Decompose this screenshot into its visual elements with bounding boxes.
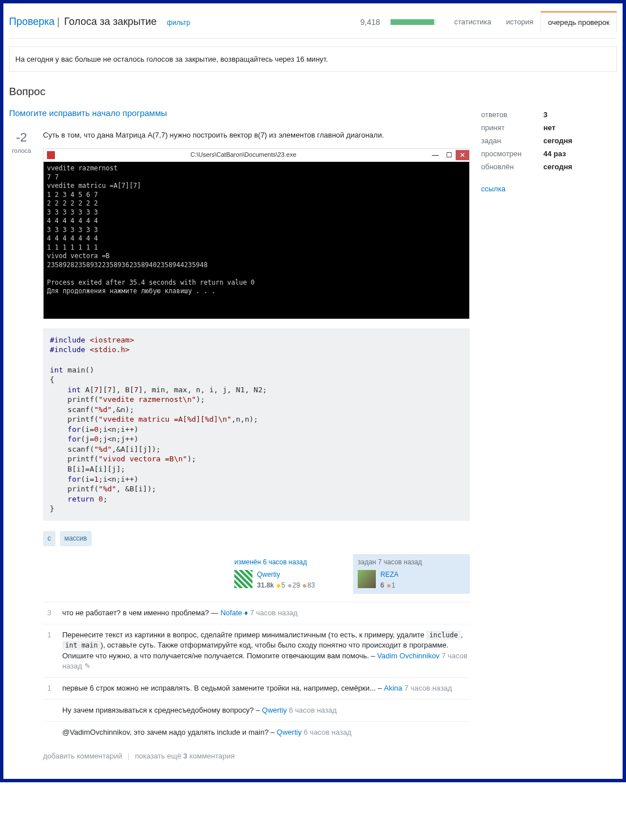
- permalink[interactable]: ссылка: [481, 185, 505, 193]
- vote-score: -2: [9, 130, 34, 145]
- comment: 1Перенесите текст из картинки в вопрос, …: [43, 624, 470, 677]
- vote-label: голоса: [9, 147, 34, 154]
- comment-user[interactable]: Vadim Ovchinnikov: [377, 652, 439, 660]
- comment: Ну зачем привязываться к среднесъедобном…: [43, 699, 470, 721]
- progress-bar: [391, 19, 437, 25]
- section-heading: Вопрос: [9, 85, 617, 98]
- window-title: C:\Users\CatBaron\Documents\23.exe: [58, 151, 428, 159]
- tag-c[interactable]: c: [43, 531, 55, 546]
- comment: 3что не работает? в чем именно проблема?…: [43, 602, 470, 624]
- avatar[interactable]: [358, 570, 376, 588]
- question-stats: ответов3 принятнет задансегодня просмотр…: [481, 108, 617, 173]
- tab-queue[interactable]: очередь проверок: [541, 11, 617, 32]
- question-text: Суть в том, что дана Матрица A(7,7) нужн…: [43, 130, 470, 140]
- code-block: #include <iostream> #include <stdio.h> i…: [43, 328, 470, 521]
- minimize-icon: —: [428, 150, 442, 160]
- question-title-link[interactable]: Помогите исправить начало программы: [9, 108, 470, 118]
- page-title: Голоса за закрытие: [64, 16, 157, 28]
- editor-name[interactable]: Qwertiy: [257, 570, 315, 580]
- tab-stats[interactable]: статистика: [447, 11, 499, 32]
- tab-history[interactable]: история: [499, 11, 541, 32]
- author-name[interactable]: REZA: [380, 570, 398, 580]
- show-more-comments-link[interactable]: показать ещё 3 комментария: [135, 752, 234, 760]
- filter-link[interactable]: фильтр: [167, 19, 190, 27]
- avatar[interactable]: [234, 570, 252, 588]
- comment-user[interactable]: Qwertiy: [277, 728, 302, 736]
- comment-user[interactable]: Qwertiy: [262, 706, 287, 714]
- comment-user[interactable]: Nofate: [220, 608, 242, 617]
- close-icon: ✕: [456, 150, 469, 160]
- breadcrumb-review[interactable]: Проверка: [9, 16, 55, 28]
- comment: @VadimOvchinnikov, это зачем надо удалят…: [43, 721, 470, 743]
- terminal-output: vvedite razmernost 7 7 vvedite matricu =…: [44, 162, 469, 319]
- screenshot: C:\Users\CatBaron\Documents\23.exe — ☐ ✕…: [43, 148, 470, 319]
- edited-action[interactable]: изменён 6 часов назад: [234, 558, 342, 567]
- app-icon: [47, 151, 55, 159]
- breadcrumb-sep: |: [57, 16, 60, 28]
- comment-user[interactable]: Akina: [384, 684, 402, 692]
- rep-count: 9,418: [360, 18, 380, 27]
- comment: 1первые 6 строк можно не исправлять. В с…: [43, 677, 470, 699]
- add-comment-link[interactable]: добавить комментарий: [43, 752, 122, 760]
- edited-signature: изменён 6 часов назад Qwertiy 31.8k52983: [230, 554, 346, 594]
- maximize-icon: ☐: [442, 150, 456, 160]
- tag-array[interactable]: массив: [60, 531, 92, 546]
- asked-action: задан 7 часов назад: [358, 558, 465, 567]
- asked-signature: задан 7 часов назад REZA 61: [353, 554, 470, 594]
- notice-banner: На сегодня у вас больше не осталось голо…: [9, 46, 617, 72]
